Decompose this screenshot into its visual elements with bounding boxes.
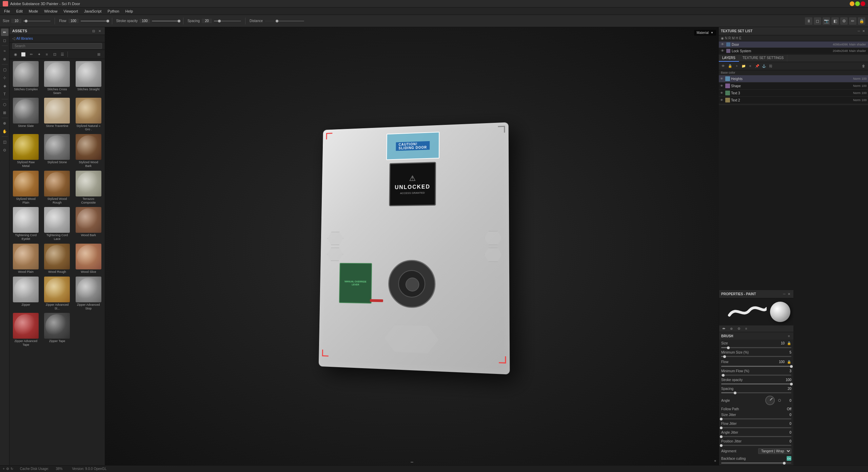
assets-pen-btn[interactable]: ✏ — [28, 51, 35, 58]
viewport-mode-selector[interactable]: Material ▼ — [694, 30, 716, 36]
settings-tab[interactable]: ⚙ — [735, 326, 743, 331]
min-size-value[interactable]: 5 — [783, 351, 791, 354]
more-tab[interactable]: ≡ — [743, 326, 749, 331]
assets-tag-btn[interactable]: ⊡ — [51, 51, 58, 58]
assets-circle-btn[interactable]: ◉ — [12, 51, 19, 58]
layers-chain-btn[interactable]: ⛓ — [768, 63, 774, 69]
layers-filter-btn[interactable]: ≡ — [747, 63, 753, 69]
tool-text[interactable]: T — [1, 90, 8, 98]
icon-height[interactable]: H — [736, 36, 738, 40]
size-prop-value[interactable]: 10 — [776, 341, 785, 345]
tool-geometry[interactable]: ⬡ — [1, 101, 8, 108]
asset-item-tightening-cord-lace[interactable]: Tightening Cord Lace — [42, 206, 72, 242]
grid-view-btn[interactable]: ⊞ — [95, 51, 102, 58]
tool-paint[interactable]: ✏ — [1, 29, 8, 36]
assets-collapse-btn[interactable]: ⊟ — [91, 29, 96, 33]
asset-item-stitches-straight[interactable]: Stitches Straight — [74, 60, 103, 96]
backface-culling-checkbox[interactable]: On — [787, 456, 791, 461]
rotate-icon[interactable]: ↻ — [11, 467, 13, 471]
minimize-button[interactable] — [850, 1, 854, 6]
icon-rough[interactable]: R — [728, 36, 731, 40]
layer-blend-heights[interactable]: Norm — [853, 77, 861, 80]
flow-jitter-slider[interactable] — [721, 427, 791, 428]
layers-delete-btn[interactable]: 🗑 — [861, 63, 867, 69]
spacing-prop-slider[interactable] — [721, 392, 791, 393]
stroke-opacity-value[interactable]: 100 — [783, 378, 791, 382]
position-jitter-value[interactable]: 0 — [783, 439, 791, 443]
asset-item-zipper-advanced-sl[interactable]: Zipper Advanced Sl... — [42, 276, 72, 311]
tool-measure[interactable]: ◫ — [1, 138, 8, 146]
layer-blend-text3[interactable]: Norm — [853, 91, 861, 95]
tool-color-pick[interactable]: ⊙ — [1, 146, 8, 154]
size-prop-slider[interactable] — [721, 347, 791, 348]
tab-texture-set-settings[interactable]: TEXTURE SET SETTINGS — [739, 55, 788, 62]
camera-button[interactable]: 📷 — [823, 17, 830, 25]
asset-item-zipper-advanced-stop[interactable]: Zipper Advanced Stop — [74, 276, 103, 311]
asset-item-wood-plain[interactable]: Wood Plain — [11, 243, 41, 275]
brush-tab[interactable]: ✏ — [721, 326, 727, 331]
asset-item-stylized-wood-bark[interactable]: Stylized Wood Bark — [74, 133, 103, 169]
assets-filter-btn[interactable]: ≡ — [43, 51, 50, 58]
asset-item-zipper[interactable]: Zipper — [11, 276, 41, 311]
size-value[interactable]: 10 — [11, 19, 21, 23]
texture-set-item-door[interactable]: 👁 Door 4096x4096 Main shader — [719, 41, 868, 48]
menu-file[interactable]: File — [1, 8, 13, 14]
assets-close-btn[interactable]: ✕ — [97, 29, 102, 33]
layer-opacity-shape[interactable]: 100 — [862, 84, 867, 88]
layers-add-btn[interactable]: + — [734, 63, 740, 69]
icon-base[interactable]: ◉ — [721, 36, 724, 40]
angle-prop-value[interactable]: 0 — [783, 399, 791, 402]
menu-python[interactable]: Python — [105, 8, 122, 14]
eye-icon-lock[interactable]: 👁 — [721, 49, 725, 53]
asset-item-tightening-cord-eyelet[interactable]: Tightening Cord Eyelet — [11, 206, 41, 242]
tool-clone[interactable]: ⊕ — [1, 55, 8, 63]
assets-square-btn[interactable]: ⬜ — [20, 51, 27, 58]
stroke-opacity-prop-slider[interactable] — [721, 383, 791, 384]
layer-item-shape[interactable]: 👁 Shape Norm 100 — [719, 82, 868, 90]
icon-metal[interactable]: M — [732, 36, 734, 40]
asset-item-stitches-cross-seam[interactable]: Stitches Cross Seam — [42, 60, 72, 96]
layer-item-heights[interactable]: 👁 Heights Norm 100 — [719, 75, 868, 82]
eye-heights[interactable]: 👁 — [720, 77, 724, 80]
layers-pin-btn[interactable]: 📌 — [754, 63, 760, 69]
settings-icon[interactable]: ⚙ — [6, 467, 9, 471]
distance-slider[interactable] — [277, 21, 304, 21]
view-button[interactable]: ◧ — [831, 17, 839, 25]
flow-jitter-value[interactable]: 0 — [783, 422, 791, 426]
flow-lock-btn[interactable]: 🔒 — [787, 359, 791, 364]
maximize-button[interactable] — [855, 1, 860, 6]
asset-item-stone-slate[interactable]: Stone Slate — [11, 97, 41, 132]
spacing-value[interactable]: 20 — [202, 19, 212, 23]
follow-path-value[interactable]: Off — [783, 407, 791, 411]
asset-item-stylized-wood-plain[interactable]: Stylized Wood Plain — [11, 170, 41, 205]
texture-set-list-collapse[interactable]: ─ — [856, 29, 861, 34]
asset-item-wood-rough[interactable]: Wood Rough — [42, 243, 72, 275]
layer-item-text2[interactable]: 👁 Text 2 Norm 100 — [719, 97, 868, 104]
asset-item-wood-bark[interactable]: Wood Bark — [74, 206, 103, 242]
asset-item-zipper-tape[interactable]: Zipper Tape — [42, 312, 72, 347]
distance-value[interactable] — [265, 21, 275, 21]
pause-button[interactable]: ⏸ — [805, 17, 812, 25]
tool-eraser[interactable]: ◻ — [1, 37, 8, 44]
flow-prop-slider[interactable] — [721, 366, 791, 367]
angle-wheel[interactable] — [765, 396, 775, 405]
lock-button[interactable]: 🔒 — [858, 17, 865, 25]
close-button[interactable] — [861, 1, 865, 6]
layer-blend-shape[interactable]: Norm — [853, 84, 861, 88]
layers-eye-btn[interactable]: 👁 — [720, 63, 726, 69]
icon-emissive[interactable]: E — [739, 36, 742, 40]
tool-select[interactable]: ▢ — [1, 66, 8, 73]
asset-item-stylized-wood-rough[interactable]: Stylized Wood Rough — [42, 170, 72, 205]
layer-item-text3[interactable]: 👁 Text 3 Norm 100 — [719, 90, 868, 97]
all-libraries-link[interactable]: All libraries — [16, 37, 33, 40]
backface-culling-slider[interactable] — [721, 462, 791, 464]
flow-slider[interactable] — [81, 21, 108, 21]
asset-item-stitches-complex[interactable]: Stitches Complex — [11, 60, 41, 96]
menu-mode[interactable]: Mode — [26, 8, 41, 14]
angle-jitter-value[interactable]: 0 — [783, 431, 791, 434]
tool-transform[interactable]: ⊹ — [1, 74, 8, 81]
icon-normal[interactable]: N — [725, 36, 727, 40]
render-button[interactable]: ◻ — [814, 17, 821, 25]
add-icon[interactable]: + — [3, 467, 5, 471]
assets-star-btn[interactable]: ✦ — [36, 51, 42, 58]
